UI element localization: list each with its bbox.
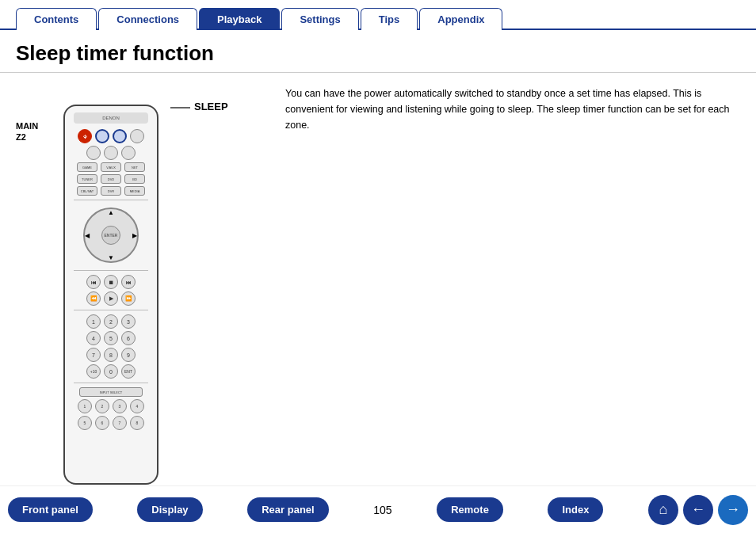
- remote-row-5: CBL/SAT DVR MEDIA: [70, 186, 152, 196]
- remote-btn-media[interactable]: MEDIA: [124, 186, 145, 196]
- rear-panel-button[interactable]: Rear panel: [247, 497, 328, 522]
- remote-btn-main[interactable]: [95, 129, 109, 143]
- page-number: 105: [373, 504, 391, 516]
- remote-btn-net[interactable]: NET: [124, 162, 145, 172]
- description-area: You can have the power automatically swi…: [285, 81, 740, 501]
- remote-btn-tuner[interactable]: TUNER: [77, 174, 97, 184]
- display-button[interactable]: Display: [137, 497, 202, 522]
- divider-4: [74, 383, 148, 383]
- remote-btn-0[interactable]: 0: [104, 364, 118, 379]
- remote-btn-r2[interactable]: [104, 146, 118, 160]
- top-navigation: Contents Connections Playback Settings T…: [0, 0, 756, 30]
- remote-btn-sleep[interactable]: [130, 129, 144, 143]
- tab-appendix[interactable]: Appendix: [419, 8, 502, 30]
- tab-connections[interactable]: Connections: [98, 8, 197, 30]
- remote-btn-dvd[interactable]: DVD: [101, 174, 121, 184]
- remote-row-play2: ⏪ ▶ ⏩: [70, 291, 152, 306]
- remote-button[interactable]: Remote: [437, 497, 503, 522]
- divider-1: [74, 200, 148, 200]
- remote-btn-b1[interactable]: 1: [78, 399, 92, 413]
- remote-btn-5[interactable]: 5: [104, 331, 118, 345]
- remote-btn-r1[interactable]: [86, 146, 101, 160]
- remote-btn-b3[interactable]: 3: [113, 399, 127, 413]
- description-text: You can have the power automatically swi…: [285, 86, 740, 133]
- remote-row-num3: 7 8 9: [70, 348, 152, 362]
- main-z2-label: MAINZ2: [16, 120, 38, 143]
- d-pad-right[interactable]: ▶: [132, 232, 137, 239]
- front-panel-button[interactable]: Front panel: [8, 497, 93, 522]
- remote-btn-cbl[interactable]: CBL/SAT: [77, 186, 97, 196]
- remote-row-2: [70, 146, 152, 160]
- remote-btn-next[interactable]: ⏭: [121, 275, 136, 289]
- remote-diagram: MAINZ2 SLEEP DENON ⏻: [16, 81, 269, 501]
- remote-btn-dvr[interactable]: DVR: [101, 186, 121, 196]
- remote-btn-4[interactable]: 4: [86, 331, 101, 345]
- remote-btn-b5[interactable]: 5: [78, 416, 92, 430]
- remote-btn-6[interactable]: 6: [121, 331, 136, 345]
- bottom-bar: Front panel Display Rear panel 105 Remot…: [0, 485, 756, 533]
- bottom-center: 105: [373, 504, 391, 516]
- home-button[interactable]: ⌂: [648, 495, 678, 525]
- d-pad-left[interactable]: ◀: [85, 232, 90, 239]
- tab-playback[interactable]: Playback: [199, 8, 280, 30]
- remote-btn-fwd[interactable]: ⏩: [121, 291, 136, 306]
- remote-row-num4: +10 0 ENT: [70, 364, 152, 379]
- remote-btn-v-aux[interactable]: V.AUX: [101, 162, 121, 172]
- remote-row-1: ⏻: [70, 129, 152, 143]
- d-pad-up[interactable]: ▲: [108, 209, 114, 216]
- remote-btn-input-select[interactable]: INPUT SELECT: [79, 387, 143, 397]
- tab-settings[interactable]: Settings: [281, 8, 358, 30]
- remote-btn-9[interactable]: 9: [121, 348, 136, 362]
- remote-row-3: GAME V.AUX NET: [70, 162, 152, 172]
- remote-body: DENON ⏻ GAME V.AUX: [63, 105, 158, 485]
- remote-btn-rew[interactable]: ⏪: [86, 291, 101, 306]
- remote-row-4: TUNER DVD BD: [70, 174, 152, 184]
- remote-btn-prev[interactable]: ⏮: [86, 275, 101, 289]
- remote-btn-enter[interactable]: ENTER: [101, 226, 120, 245]
- remote-btn-play[interactable]: ▶: [104, 291, 118, 306]
- remote-btn-enter2[interactable]: ENT: [121, 364, 136, 379]
- main-content: MAINZ2 SLEEP DENON ⏻: [0, 73, 756, 501]
- page-title: Sleep timer function: [0, 30, 756, 73]
- remote-btn-3[interactable]: 3: [121, 314, 136, 329]
- remote-row-play: ⏮ ⏹ ⏭: [70, 275, 152, 289]
- remote-row-sel: INPUT SELECT: [70, 387, 152, 397]
- tab-tips[interactable]: Tips: [361, 8, 418, 30]
- d-pad-down[interactable]: ▼: [108, 254, 114, 261]
- remote-row-bot2: 5 6 7 8: [70, 416, 152, 430]
- divider-3: [74, 310, 148, 310]
- remote-btn-b4[interactable]: 4: [130, 399, 144, 413]
- remote-btn-7[interactable]: 7: [86, 348, 101, 362]
- back-button[interactable]: ←: [683, 495, 713, 525]
- index-button[interactable]: Index: [548, 497, 603, 522]
- remote-btn-stop[interactable]: ⏹: [104, 275, 118, 289]
- remote-btn-b7[interactable]: 7: [113, 416, 127, 430]
- remote-btn-8[interactable]: 8: [104, 348, 118, 362]
- tab-contents[interactable]: Contents: [16, 8, 97, 30]
- d-pad-container: ENTER ▲ ▼ ◀ ▶: [83, 207, 139, 263]
- forward-button[interactable]: →: [718, 495, 748, 525]
- remote-btn-game[interactable]: GAME: [77, 162, 97, 172]
- remote-row-num1: 1 2 3: [70, 314, 152, 329]
- remote-btn-2[interactable]: 2: [104, 314, 118, 329]
- bottom-icon-buttons: ⌂ ← →: [648, 495, 748, 525]
- remote-row-bot: 1 2 3 4: [70, 399, 152, 413]
- divider-2: [74, 270, 148, 271]
- sleep-label: SLEEP: [194, 101, 228, 112]
- remote-btn-z2[interactable]: [113, 129, 127, 143]
- remote-btn-1[interactable]: 1: [86, 314, 101, 329]
- remote-btn-b6[interactable]: 6: [95, 416, 109, 430]
- remote-btn-b2[interactable]: 2: [95, 399, 109, 413]
- remote-btn-bluray[interactable]: BD: [124, 174, 145, 184]
- remote-btn-plus10[interactable]: +10: [86, 364, 101, 379]
- remote-row-num2: 4 5 6: [70, 331, 152, 345]
- remote-body-wrapper: DENON ⏻ GAME V.AUX: [63, 89, 158, 485]
- remote-top-bar: DENON: [74, 112, 148, 124]
- remote-btn-r3[interactable]: [121, 146, 136, 160]
- remote-btn-power[interactable]: ⏻: [78, 129, 92, 143]
- remote-btn-b8[interactable]: 8: [130, 416, 144, 430]
